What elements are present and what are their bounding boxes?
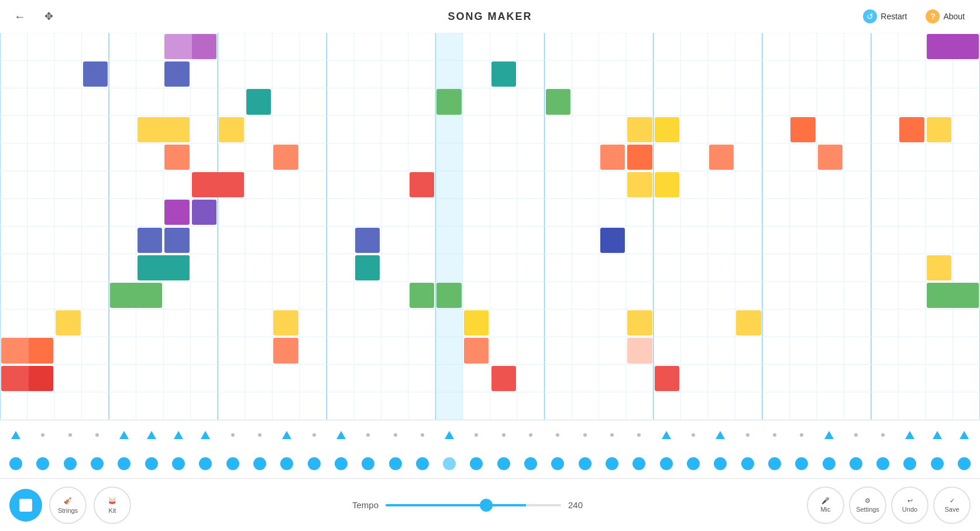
note-block[interactable] bbox=[137, 228, 163, 253]
note-block[interactable] bbox=[436, 283, 462, 308]
beat-cell[interactable] bbox=[869, 433, 896, 437]
note-block[interactable] bbox=[464, 338, 489, 363]
note-block[interactable] bbox=[219, 172, 244, 197]
beat-cell[interactable] bbox=[192, 431, 219, 439]
beat-cell[interactable] bbox=[896, 431, 923, 439]
note-block[interactable] bbox=[219, 117, 244, 142]
circle-cell[interactable] bbox=[924, 457, 951, 470]
circle-cell[interactable] bbox=[625, 457, 652, 470]
circle-cell[interactable] bbox=[707, 457, 734, 470]
circle-cell[interactable] bbox=[192, 457, 219, 470]
about-button[interactable]: ? About bbox=[920, 6, 971, 27]
circle-cell[interactable] bbox=[761, 457, 788, 470]
circle-cell[interactable] bbox=[328, 457, 355, 470]
back-button[interactable]: ← bbox=[9, 8, 30, 26]
circle-cell[interactable] bbox=[599, 457, 625, 470]
beat-cell[interactable] bbox=[463, 433, 490, 437]
note-block[interactable] bbox=[627, 145, 652, 170]
note-block[interactable] bbox=[273, 310, 298, 335]
restart-button[interactable]: ↺ Restart bbox=[857, 6, 913, 27]
note-block[interactable] bbox=[927, 255, 952, 280]
beat-cell[interactable] bbox=[815, 431, 842, 439]
note-block[interactable] bbox=[627, 338, 652, 363]
kit-button[interactable]: 🥁 Kit bbox=[94, 487, 131, 524]
circle-cell[interactable] bbox=[653, 457, 680, 470]
note-block[interactable] bbox=[164, 145, 190, 170]
circle-cell[interactable] bbox=[355, 457, 381, 470]
beat-cell[interactable] bbox=[2, 431, 29, 439]
circle-cell[interactable] bbox=[572, 457, 599, 470]
note-block[interactable] bbox=[491, 61, 517, 87]
beat-cell[interactable] bbox=[355, 433, 381, 437]
circle-cell[interactable] bbox=[138, 457, 165, 470]
beat-cell[interactable] bbox=[599, 433, 625, 437]
note-block[interactable] bbox=[927, 283, 979, 308]
note-block[interactable] bbox=[655, 172, 680, 197]
beat-cell[interactable] bbox=[138, 431, 165, 439]
circle-cell[interactable] bbox=[165, 457, 192, 470]
circle-cell[interactable] bbox=[517, 457, 544, 470]
note-block[interactable] bbox=[164, 200, 190, 225]
circle-cell[interactable] bbox=[544, 457, 571, 470]
circle-cell[interactable] bbox=[2, 457, 29, 470]
note-block[interactable] bbox=[436, 89, 462, 114]
note-block[interactable] bbox=[899, 117, 924, 142]
note-block[interactable] bbox=[110, 283, 162, 308]
beat-cell[interactable] bbox=[734, 433, 761, 437]
stop-button[interactable] bbox=[9, 489, 42, 522]
note-block[interactable] bbox=[355, 228, 380, 253]
beat-cell[interactable] bbox=[951, 431, 978, 439]
circle-cell[interactable] bbox=[490, 457, 517, 470]
note-block[interactable] bbox=[709, 145, 734, 170]
note-block[interactable] bbox=[818, 145, 843, 170]
note-block[interactable] bbox=[164, 117, 190, 142]
circle-cell[interactable] bbox=[409, 457, 436, 470]
beat-cell[interactable] bbox=[924, 431, 951, 439]
circle-cell[interactable] bbox=[219, 457, 246, 470]
beat-cell[interactable] bbox=[572, 433, 599, 437]
beat-cell[interactable] bbox=[653, 431, 680, 439]
beat-cell[interactable] bbox=[219, 433, 246, 437]
note-block[interactable] bbox=[164, 228, 190, 253]
note-block[interactable] bbox=[273, 145, 298, 170]
note-block[interactable] bbox=[600, 228, 625, 253]
note-block[interactable] bbox=[627, 117, 652, 142]
circle-cell[interactable] bbox=[57, 457, 84, 470]
beat-cell[interactable] bbox=[84, 433, 111, 437]
note-block[interactable] bbox=[246, 89, 271, 114]
circle-cell[interactable] bbox=[843, 457, 869, 470]
note-block[interactable] bbox=[410, 283, 435, 308]
note-block[interactable] bbox=[600, 145, 625, 170]
note-block[interactable] bbox=[192, 200, 217, 225]
beat-cell[interactable] bbox=[436, 431, 463, 439]
circle-cell[interactable] bbox=[300, 457, 327, 470]
circle-cell[interactable] bbox=[111, 457, 137, 470]
note-block[interactable] bbox=[29, 338, 54, 363]
note-block[interactable] bbox=[546, 89, 571, 114]
undo-button[interactable]: ↩ Undo bbox=[891, 487, 929, 524]
circle-cell[interactable] bbox=[734, 457, 761, 470]
beat-cell[interactable] bbox=[409, 433, 436, 437]
circle-cell[interactable] bbox=[788, 457, 815, 470]
note-block[interactable] bbox=[464, 310, 489, 335]
circle-cell[interactable] bbox=[896, 457, 923, 470]
note-block[interactable] bbox=[192, 34, 217, 59]
beat-cell[interactable] bbox=[761, 433, 788, 437]
note-block[interactable] bbox=[355, 255, 380, 280]
circle-cell[interactable] bbox=[815, 457, 842, 470]
beat-cell[interactable] bbox=[625, 433, 652, 437]
note-block[interactable] bbox=[927, 34, 979, 59]
note-block[interactable] bbox=[83, 61, 108, 87]
note-block[interactable] bbox=[627, 310, 652, 335]
note-block[interactable] bbox=[164, 255, 190, 280]
circle-cell[interactable] bbox=[246, 457, 273, 470]
note-block[interactable] bbox=[627, 172, 652, 197]
circle-cell[interactable] bbox=[951, 457, 978, 470]
note-block[interactable] bbox=[410, 172, 435, 197]
note-block[interactable] bbox=[790, 117, 816, 142]
note-block[interactable] bbox=[491, 366, 517, 391]
beat-cell[interactable] bbox=[111, 431, 137, 439]
note-block[interactable] bbox=[164, 61, 190, 87]
beat-cell[interactable] bbox=[788, 433, 815, 437]
beat-cell[interactable] bbox=[707, 431, 734, 439]
